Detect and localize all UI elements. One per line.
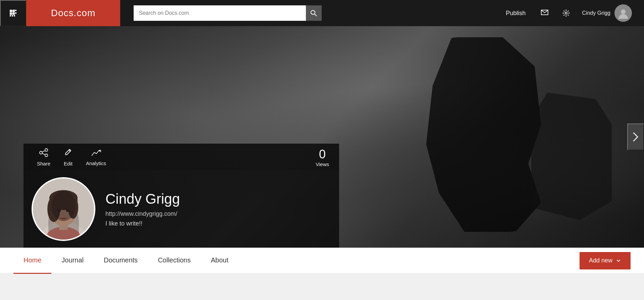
analytics-label: Analytics	[86, 160, 106, 166]
analytics-button[interactable]: Analytics	[83, 148, 116, 166]
nav-item-collections[interactable]: Collections	[148, 248, 201, 274]
add-new-button[interactable]: Add new	[580, 252, 631, 269]
search-button[interactable]	[306, 5, 322, 21]
svg-point-24	[50, 195, 77, 226]
messages-button[interactable]	[534, 0, 555, 26]
views-label: Views	[316, 161, 329, 167]
svg-rect-4	[12, 12, 15, 15]
edit-button[interactable]: Edit	[60, 148, 83, 166]
bottom-navigation: Home Journal Documents Collections About…	[0, 248, 644, 274]
analytics-icon	[91, 148, 101, 159]
svg-point-9	[311, 10, 315, 14]
svg-point-14	[40, 151, 42, 154]
publish-label: Publish	[506, 10, 525, 17]
profile-toolbar: Share Edit Analytics 0 Views	[24, 144, 339, 170]
edit-icon	[64, 148, 72, 159]
profile-url: http://www.cindygrigg.com/	[105, 210, 180, 217]
profile-name: Cindy Grigg	[105, 191, 180, 207]
svg-point-15	[45, 149, 48, 151]
svg-point-28	[49, 190, 78, 205]
svg-point-13	[621, 9, 626, 14]
search-input[interactable]	[134, 5, 306, 21]
svg-rect-0	[10, 10, 12, 12]
nav-item-home[interactable]: Home	[13, 248, 51, 274]
svg-point-29	[58, 209, 61, 212]
brand-logo[interactable]: Docs.com	[26, 0, 120, 26]
nav-item-journal[interactable]: Journal	[51, 248, 94, 274]
search-area	[120, 5, 498, 21]
share-label: Share	[37, 161, 50, 166]
svg-line-10	[315, 14, 317, 16]
profile-card: Cindy Grigg http://www.cindygrigg.com/ I…	[24, 170, 339, 248]
user-avatar	[614, 4, 632, 22]
profile-avatar	[32, 177, 95, 241]
svg-point-21	[43, 222, 85, 240]
svg-rect-7	[12, 15, 13, 16]
profile-bio: I like to write!!	[105, 220, 180, 227]
views-counter: 0 Views	[316, 147, 329, 167]
svg-point-16	[45, 154, 48, 157]
svg-point-12	[565, 12, 567, 14]
views-count: 0	[319, 147, 326, 161]
hero-area: Share Edit Analytics 0 Views	[0, 26, 644, 248]
share-button[interactable]: Share	[34, 148, 60, 166]
nav-item-documents[interactable]: Documents	[94, 248, 148, 274]
user-menu[interactable]: Cindy Grigg	[577, 4, 637, 22]
grid-menu-button[interactable]	[0, 0, 26, 26]
svg-point-26	[47, 196, 60, 222]
add-new-label: Add new	[589, 257, 612, 264]
brand-name: Docs.com	[51, 8, 95, 18]
svg-rect-2	[15, 10, 16, 11]
share-icon	[39, 148, 48, 159]
nav-right-area: Publish Cindy Grigg	[498, 0, 644, 26]
svg-rect-6	[10, 15, 11, 16]
settings-button[interactable]	[555, 0, 577, 26]
search-wrapper	[134, 5, 322, 21]
svg-rect-3	[10, 12, 12, 15]
nav-item-about[interactable]: About	[201, 248, 238, 274]
svg-line-17	[42, 151, 45, 152]
edit-label: Edit	[64, 161, 73, 166]
svg-rect-23	[59, 220, 68, 230]
svg-rect-1	[12, 10, 15, 12]
publish-button[interactable]: Publish	[498, 0, 534, 26]
hero-silhouette-2	[531, 93, 612, 220]
user-name: Cindy Grigg	[582, 10, 610, 16]
hero-next-button[interactable]	[627, 123, 644, 150]
svg-point-30	[66, 209, 70, 212]
profile-avatar-image	[33, 179, 94, 240]
svg-rect-20	[33, 179, 94, 240]
svg-line-18	[42, 153, 45, 155]
profile-info: Cindy Grigg http://www.cindygrigg.com/ I…	[105, 191, 180, 227]
svg-point-22	[46, 227, 81, 240]
top-navigation: Docs.com Publish	[0, 0, 644, 26]
svg-rect-8	[14, 15, 15, 16]
svg-rect-5	[15, 12, 16, 14]
